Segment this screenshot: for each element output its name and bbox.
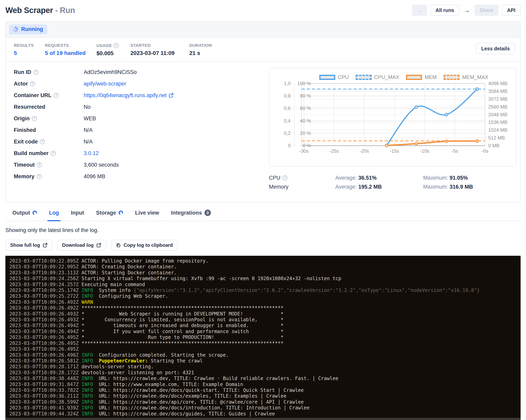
help-icon[interactable]: ? [114,43,119,48]
log-horizontal-scrollbar[interactable] [5,418,521,420]
svg-text:2560 MB: 2560 MB [488,104,507,110]
help-icon[interactable]: ? [54,93,59,98]
tab-storage[interactable]: Storage [96,208,124,221]
log-level-info: INFO [81,382,93,387]
log-timestamp: 2023-03-07T10:09:26.495Z [9,340,81,346]
svg-text:-30s: -30s [299,148,309,154]
help-icon[interactable]: ? [37,163,42,167]
detail-value: AdOz5evimh9NCiSSo [84,69,137,75]
metrics-summary: CPU?Average:36.51%Maximum:91.05%MemoryAv… [269,175,517,190]
help-icon[interactable]: ? [37,174,42,179]
svg-text:-10s: -10s [420,148,429,154]
help-icon[interactable]: ? [30,81,35,86]
log-timestamp: 2023-03-07T10:09:28.172Z [9,370,81,375]
stat-results: RESULTS5 [14,43,45,56]
less-details-button[interactable]: Less details [476,43,515,54]
stat-label-text: REQUESTS [45,43,69,48]
next-run-button[interactable]: → [463,5,471,16]
stat-label-text: RESULTS [14,43,34,48]
svg-text:3072 MB: 3072 MB [488,96,507,102]
detail-value-text: No [84,104,91,110]
svg-text:-0s: -0s [482,148,488,154]
detail-value[interactable]: 3.0.12 [84,150,99,156]
stat-usage: USAGE?$0.005 [96,43,130,57]
detail-row: FinishedN/A [14,127,269,133]
legend-item-cpu_max[interactable]: CPU_MAX [356,74,399,80]
stat-value: $0.005 [96,50,130,57]
tab-log[interactable]: Log [49,208,59,221]
detail-label-text: Origin [14,115,30,122]
stat-value[interactable]: 5 [14,50,45,56]
detail-value[interactable]: https://0q64wnacgyft.runs.apify.net [84,92,174,99]
stat-value: 21 s [189,50,212,56]
legend-label: MEM [425,74,437,80]
log-button-label: Copy log to clipboard [124,242,173,248]
metrics-average: Average:195.2 MB [335,184,423,190]
help-icon[interactable]: ? [33,70,38,75]
metrics-chart: 1,00,80,60,40,20100 %80 %60 %40 %20 %0 %… [273,81,512,161]
tab-integrations[interactable]: Integrations0 [171,208,212,221]
detail-value-text: 3.0.12 [84,150,99,156]
copy-icon [116,243,121,248]
detail-value: WEB [84,115,96,122]
detail-row: Container URL?https://0q64wnacgyft.runs.… [14,92,269,99]
log-timestamp: 2023-03-07T10:09:26.495Z [9,335,81,340]
run-page: Web Scraper - Run ← All runs → Share API [0,4,526,251]
log-timestamp: 2023-03-07T10:09:25.272Z [9,293,81,299]
tab-live-view[interactable]: Live view [135,208,159,221]
log-text: ACTOR: Starting Docker container. [81,270,177,276]
detail-label: Actor? [14,81,84,87]
stat-label-text: USAGE [96,43,112,48]
help-icon[interactable]: ? [40,139,45,144]
stat-value[interactable]: 5 of 19 handled [45,50,96,56]
share-button[interactable]: Share [475,5,499,16]
log-text: * timeouts are increased and debugger is… [81,323,283,328]
detail-row: Actor?apify/web-scraper [14,81,269,87]
metrics-average-label: Average: [335,175,357,181]
detail-value: No [84,104,91,110]
run-details: Run ID?AdOz5evimh9NCiSSoActor?apify/web-… [14,68,269,193]
log-text: ACTOR: Creating Docker container. [81,264,177,269]
help-icon[interactable]: ? [51,151,56,156]
detail-label: Exit code? [14,139,84,145]
log-timestamp: 2023-03-07T10:09:41.939Z [9,405,81,411]
running-spinner-icon [13,26,19,32]
legend-item-mem[interactable]: MEM [406,74,437,80]
tab-input[interactable]: Input [71,208,84,221]
log-level-info: INFO [81,405,93,411]
svg-text:40 %: 40 % [300,118,311,123]
help-icon[interactable]: ? [32,116,37,121]
stat-label: DURATION [189,43,212,48]
detail-label-text: Memory [14,174,35,180]
download-log-button[interactable]: Download log [57,240,106,251]
help-icon[interactable]: ? [282,175,287,180]
legend-label: CPU [338,74,349,80]
log-notice: Showing only the latest lines of the log… [5,227,521,233]
external-link-icon [169,93,174,98]
log-timestamp: 2023-03-07T10:09:26.493Z [9,311,81,317]
copy-log-to-clipboard-button[interactable]: Copy log to clipboard [111,240,178,251]
metrics-summary-label: Memory [269,184,335,190]
detail-label-text: Run ID [14,69,31,75]
show-full-log-button[interactable]: Show full log [5,240,52,251]
detail-label: Timeout? [14,162,84,168]
log-timestamp: 2023-03-07T10:09:26.492Z [9,305,81,311]
stat-label-text: STARTED [130,43,151,48]
api-button[interactable]: API [502,5,521,16]
legend-item-cpu[interactable]: CPU [319,74,349,80]
all-runs-button[interactable]: All runs [430,5,459,16]
log-text: devtools-server listening on port: 4321 [81,370,194,375]
previous-run-button[interactable]: ← [412,5,427,16]
status-badge: Running [9,24,47,35]
svg-text:3584 MB: 3584 MB [488,89,507,94]
svg-text:1536 MB: 1536 MB [488,120,507,125]
legend-item-mem_max[interactable]: MEM_MAX [444,74,488,80]
top-bar: Web Scraper - Run ← All runs → Share API [5,4,521,16]
tab-output[interactable]: Output [12,208,37,221]
external-icon [96,243,101,248]
log-timestamp: 2023-03-07T10:09:25.174Z [9,287,81,293]
metrics-maximum: Maximum:316.9 MB [423,184,511,190]
detail-value[interactable]: apify/web-scraper [84,81,126,87]
chart-legend: CPUCPU_MAXMEMMEM_MAX [295,74,513,80]
detail-label: Container URL? [14,92,84,99]
